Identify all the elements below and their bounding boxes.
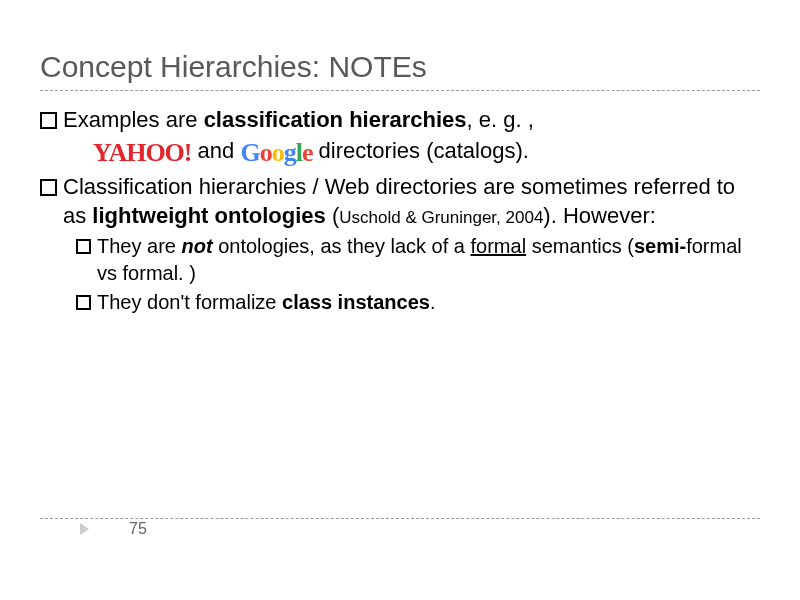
bullet-2a: They are not ontologies, as they lack of… xyxy=(76,233,760,287)
text: . xyxy=(430,291,436,313)
bullet-2: Classification hierarchies / Web directo… xyxy=(40,172,760,231)
text: They don't formalize xyxy=(97,291,282,313)
bold-text: class instances xyxy=(282,291,430,313)
bullet-2a-text: They are not ontologies, as they lack of… xyxy=(97,233,760,287)
text: ). However: xyxy=(543,203,655,228)
square-bullet-icon xyxy=(40,179,57,196)
text: They are xyxy=(97,235,181,257)
bullet-1-text: Examples are classification hierarchies,… xyxy=(63,105,760,170)
slide-content: Examples are classification hierarchies,… xyxy=(40,105,760,316)
underline-text: formal xyxy=(471,235,527,257)
text: Examples are xyxy=(63,107,204,132)
text: and xyxy=(192,138,241,163)
text: ontologies, as they lack of a xyxy=(213,235,471,257)
square-bullet-icon xyxy=(76,239,91,254)
triangle-icon xyxy=(80,523,89,535)
google-logo: Google xyxy=(240,135,312,170)
square-bullet-icon xyxy=(76,295,91,310)
slide-title: Concept Hierarchies: NOTEs xyxy=(40,50,760,84)
bullet-2b-text: They don't formalize class instances. xyxy=(97,289,760,316)
text: semantics ( xyxy=(526,235,634,257)
title-divider xyxy=(40,90,760,91)
text: ( xyxy=(326,203,339,228)
page-number: 75 xyxy=(129,520,147,538)
text: , e. g. , xyxy=(467,107,534,132)
bold-italic-text: not xyxy=(181,235,212,257)
bold-text: semi- xyxy=(634,235,686,257)
bullet-2-text: Classification hierarchies / Web directo… xyxy=(63,172,760,231)
footer: 75 xyxy=(80,520,147,538)
bold-text: classification hierarchies xyxy=(204,107,467,132)
bullet-2b: They don't formalize class instances. xyxy=(76,289,760,316)
citation: Uschold & Gruninger, 2004 xyxy=(339,208,543,227)
bold-text: lightweight ontologies xyxy=(92,203,325,228)
square-bullet-icon xyxy=(40,112,57,129)
footer-divider xyxy=(40,518,760,519)
yahoo-logo: YAHOO! xyxy=(93,135,192,170)
bullet-1: Examples are classification hierarchies,… xyxy=(40,105,760,170)
text: directories (catalogs). xyxy=(312,138,528,163)
